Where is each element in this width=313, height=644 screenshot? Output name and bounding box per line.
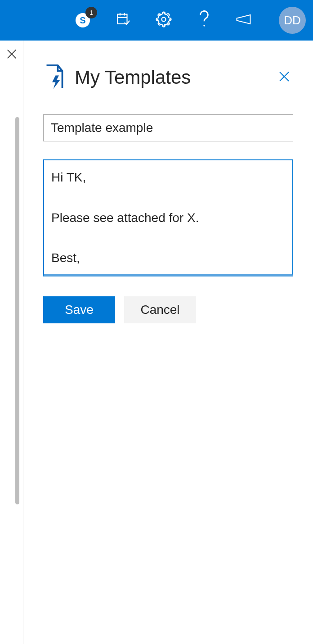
skype-button[interactable]: S 1	[74, 11, 92, 29]
svg-point-5	[203, 25, 205, 26]
avatar[interactable]: DD	[279, 7, 306, 34]
close-icon	[277, 70, 291, 85]
template-body-textarea[interactable]	[43, 159, 293, 277]
close-compose-button[interactable]	[4, 47, 20, 63]
skype-badge: 1	[85, 7, 97, 18]
calendar-check-button[interactable]	[114, 11, 132, 29]
announce-button[interactable]	[236, 11, 254, 29]
megaphone-icon	[236, 13, 254, 28]
help-button[interactable]	[195, 11, 213, 29]
left-gutter	[0, 41, 23, 644]
calendar-check-icon	[116, 12, 131, 29]
top-nav-bar: S 1	[0, 0, 313, 41]
avatar-initials: DD	[284, 14, 301, 27]
svg-rect-0	[117, 14, 127, 24]
settings-button[interactable]	[155, 11, 173, 29]
svg-point-4	[162, 18, 166, 22]
cancel-button[interactable]: Cancel	[124, 296, 196, 323]
template-lightning-icon	[43, 63, 66, 92]
template-name-input[interactable]	[43, 114, 293, 141]
close-icon	[5, 48, 18, 62]
scrollbar-thumb[interactable]	[15, 117, 19, 504]
question-icon	[197, 10, 211, 31]
gear-icon	[156, 11, 172, 29]
panel-title: My Templates	[75, 67, 191, 88]
templates-panel: My Templates Save Cancel	[23, 41, 313, 644]
save-button[interactable]: Save	[43, 296, 115, 323]
close-panel-button[interactable]	[275, 68, 293, 86]
